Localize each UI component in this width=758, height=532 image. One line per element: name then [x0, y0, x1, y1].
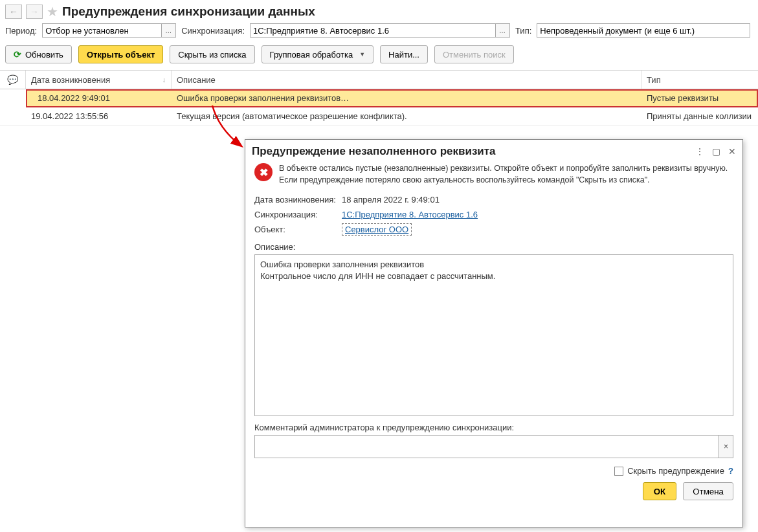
sync-picker-button[interactable]: …: [496, 23, 510, 38]
column-header-description[interactable]: Описание: [172, 71, 641, 89]
help-icon[interactable]: ?: [728, 466, 733, 476]
type-label: Тип:: [515, 26, 531, 36]
date-field-label: Дата возникновения:: [254, 195, 342, 205]
column-header-type[interactable]: Тип: [641, 71, 758, 89]
period-label: Период:: [5, 26, 37, 36]
object-field-label: Объект:: [254, 225, 342, 234]
period-input[interactable]: [42, 23, 162, 38]
refresh-label: Обновить: [25, 50, 63, 60]
hide-from-list-button[interactable]: Скрыть из списка: [170, 45, 254, 63]
object-link[interactable]: Сервислог ООО: [342, 223, 412, 236]
open-object-button[interactable]: Открыть объект: [78, 45, 163, 63]
column-header-icon[interactable]: 💬: [0, 71, 26, 89]
cancel-find-label: Отменить поиск: [443, 50, 506, 60]
more-menu-icon[interactable]: ⋮: [695, 146, 704, 157]
admin-comment-input[interactable]: [254, 435, 719, 458]
cancel-button[interactable]: Отмена: [683, 482, 733, 500]
hide-warning-checkbox[interactable]: [614, 467, 623, 476]
error-icon: ✖: [254, 163, 273, 181]
clear-comment-button[interactable]: ×: [719, 435, 733, 458]
warnings-grid: 💬 Дата возникновения↓ Описание Тип 18.04…: [0, 70, 758, 126]
favorite-star-icon[interactable]: ★: [47, 4, 58, 19]
cell-icon: [0, 113, 26, 120]
find-button[interactable]: Найти...: [380, 45, 428, 63]
refresh-icon: ⟳: [14, 49, 21, 60]
dialog-title: Предупреждение незаполненного реквизита: [252, 145, 695, 158]
description-label: Описание:: [254, 237, 733, 254]
period-picker-button[interactable]: …: [162, 23, 176, 38]
cell-date: 18.04.2022 9:49:01: [26, 89, 172, 107]
table-row[interactable]: 18.04.2022 9:49:01 Ошибка проверки запол…: [26, 89, 758, 107]
cancel-find-button: Отменить поиск: [434, 45, 514, 63]
sync-field-label: Синхронизация:: [254, 210, 342, 219]
sync-link[interactable]: 1С:Предприятие 8. Автосервис 1.6: [342, 210, 478, 219]
date-field-value: 18 апреля 2022 г. 9:49:01: [342, 195, 440, 205]
close-icon[interactable]: ✕: [728, 146, 736, 157]
maximize-icon[interactable]: ▢: [712, 146, 720, 157]
sync-input[interactable]: [250, 23, 496, 38]
cell-date: 19.04.2022 13:55:56: [26, 107, 172, 125]
type-input[interactable]: [537, 23, 750, 38]
sort-asc-icon: ↓: [162, 76, 166, 83]
nav-back-button[interactable]: ←: [5, 5, 22, 19]
cell-type: Пустые реквизиты: [641, 89, 758, 107]
batch-process-label: Групповая обработка: [270, 50, 353, 60]
description-textarea[interactable]: Ошибка проверки заполнения реквизитов Ко…: [254, 254, 733, 416]
hide-warning-label: Скрыть предупреждение: [627, 466, 724, 476]
admin-comment-label: Комментарий администратора к предупрежде…: [254, 416, 733, 435]
nav-forward-button[interactable]: →: [26, 5, 43, 19]
dialog-note: В объекте остались пустые (незаполненные…: [279, 163, 733, 186]
cell-description: Ошибка проверки заполнения реквизитов…: [172, 89, 641, 107]
page-title: Предупреждения синхронизации данных: [62, 5, 315, 19]
open-object-label: Открыть объект: [87, 50, 155, 60]
warning-detail-dialog: Предупреждение незаполненного реквизита …: [245, 139, 743, 527]
hide-from-list-label: Скрыть из списка: [178, 50, 246, 60]
column-header-date[interactable]: Дата возникновения↓: [26, 71, 172, 89]
table-row[interactable]: 19.04.2022 13:55:56 Текущая версия (авто…: [0, 107, 758, 126]
find-label: Найти...: [388, 50, 419, 60]
ok-button[interactable]: ОК: [643, 482, 677, 500]
sync-label: Синхронизация:: [181, 26, 245, 36]
batch-process-button[interactable]: Групповая обработка▼: [262, 45, 373, 63]
cell-description: Текущая версия (автоматическое разрешени…: [172, 107, 641, 125]
refresh-button[interactable]: ⟳Обновить: [5, 45, 72, 63]
cell-type: Приняты данные коллизии: [641, 107, 758, 125]
chevron-down-icon: ▼: [359, 51, 365, 58]
